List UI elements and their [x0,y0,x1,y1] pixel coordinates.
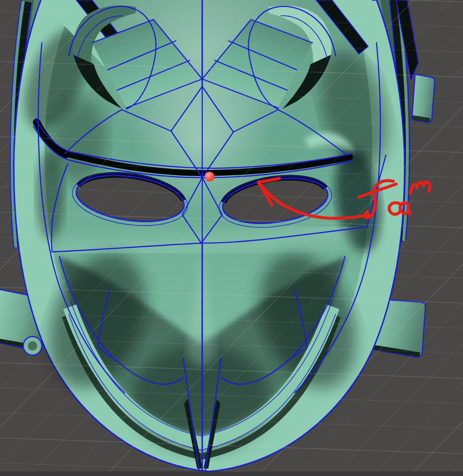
bottom-strip [0,471,463,476]
cursor-sphere[interactable] [205,172,215,182]
viewport-3d[interactable]: foam [0,0,463,476]
scene-canvas[interactable] [0,0,463,476]
strap-tab-top-right[interactable] [412,74,435,122]
